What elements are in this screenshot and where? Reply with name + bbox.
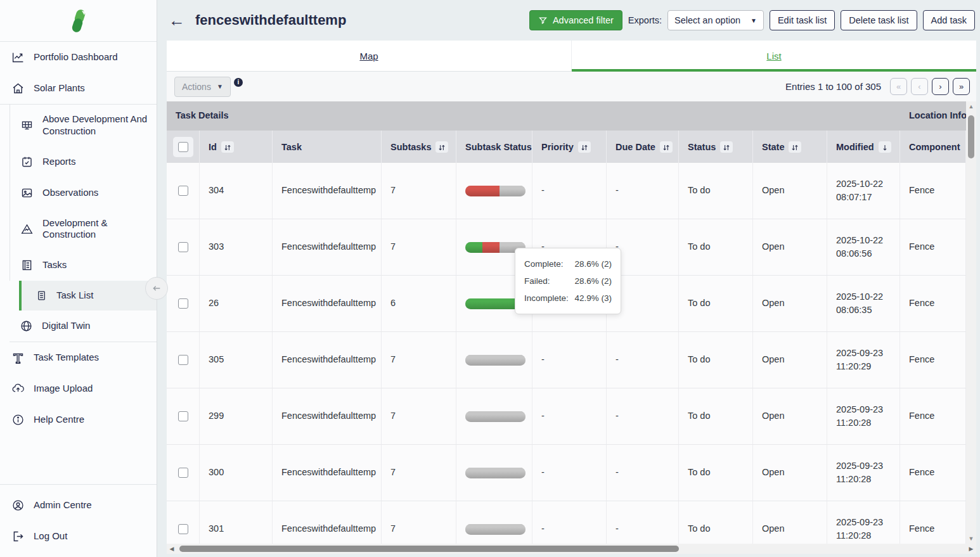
sidebar-item-image-upload[interactable]: Image Upload (0, 373, 157, 404)
table-row[interactable]: 305Fenceswithdefaulttemp7--To doOpen2025… (167, 332, 966, 388)
sidebar-item-task-templates[interactable]: Task Templates (0, 342, 157, 373)
sidebar-item-log-out[interactable]: Log Out (0, 521, 157, 552)
row-checkbox[interactable] (178, 242, 188, 252)
subtask-progress-bar[interactable] (465, 355, 525, 366)
next-page-button[interactable]: › (932, 78, 949, 95)
subtask-progress-bar[interactable] (465, 411, 525, 422)
cell-priority-text: - (541, 466, 545, 479)
column-header-priority[interactable]: Priority (532, 131, 607, 163)
sidebar-item-help-centre[interactable]: Help Centre (0, 404, 157, 435)
exports-label: Exports: (628, 15, 662, 25)
row-checkbox[interactable] (178, 468, 188, 478)
table-row[interactable]: 299Fenceswithdefaulttemp7--To doOpen2025… (167, 388, 966, 445)
horizontal-scrollbar-thumb[interactable] (179, 546, 679, 552)
sidebar-item-above-development[interactable]: Above Development And Construction (10, 105, 157, 146)
table-row[interactable]: 301Fenceswithdefaulttemp7--To doOpen2025… (167, 501, 966, 544)
sidebar-item-portfolio-dashboard[interactable]: Portfolio Dashboard (0, 42, 157, 73)
sidebar-item-tasks[interactable]: Tasks (10, 250, 157, 281)
delete-task-list-button[interactable]: Delete task list (841, 10, 917, 30)
table-row[interactable]: 304Fenceswithdefaulttemp7--To doOpen2025… (167, 163, 966, 219)
scroll-left-icon[interactable]: ◀ (167, 544, 177, 554)
back-button[interactable]: ← (166, 12, 188, 29)
subtask-progress-bar[interactable] (465, 468, 525, 478)
subtask-progress-bar[interactable] (465, 524, 525, 535)
scroll-up-icon[interactable]: ▲ (966, 101, 976, 112)
app-logo[interactable] (0, 0, 157, 42)
horizontal-scrollbar[interactable]: ◀ ▶ (167, 544, 976, 554)
column-header-task[interactable]: Task (273, 131, 382, 163)
brand-logo-icon (68, 8, 89, 34)
last-page-button[interactable]: » (953, 78, 970, 95)
sidebar-item-task-list[interactable]: Task List (19, 281, 157, 311)
sidebar-item-admin-centre[interactable]: Admin Centre (0, 490, 157, 521)
sidebar-collapse-button[interactable] (145, 277, 168, 300)
cell-id: 26 (200, 276, 273, 331)
tab-map[interactable]: Map (167, 41, 572, 71)
home-icon (11, 82, 25, 95)
first-page-button[interactable]: « (890, 78, 907, 95)
page-title: fenceswithdefaulttemp (195, 12, 346, 29)
select-all-header (167, 131, 200, 163)
sidebar-item-solar-plants[interactable]: Solar Plants (0, 73, 157, 104)
column-header-subtask-status[interactable]: Subtask Status (456, 131, 532, 163)
row-checkbox[interactable] (178, 524, 188, 534)
prev-page-button[interactable]: ‹ (911, 78, 928, 95)
cell-component: Fence (900, 388, 966, 444)
cell-modified-text: 2025-10-22 08:07:17 (836, 177, 893, 204)
column-label: State (762, 142, 784, 152)
cell-subtask-status (456, 388, 532, 444)
cell-component: Fence (900, 332, 966, 388)
scroll-down-icon[interactable]: ▼ (966, 534, 976, 544)
column-header-status[interactable]: Status (679, 131, 753, 163)
cell-component: Fence (900, 163, 966, 219)
column-header-subtasks[interactable]: Subtasks (382, 131, 456, 163)
row-checkbox[interactable] (178, 411, 188, 421)
cell-state: Open (753, 163, 827, 219)
add-task-button[interactable]: Add task (923, 10, 975, 30)
logout-icon (11, 530, 25, 543)
cell-status: To do (679, 276, 753, 331)
cell-task-text: Fenceswithdefaulttemp (281, 522, 376, 535)
tooltip-value: 28.6% (2) (574, 255, 612, 272)
row-checkbox[interactable] (178, 355, 188, 365)
subtask-progress-bar[interactable] (465, 186, 525, 196)
sort-desc-icon[interactable] (879, 141, 891, 153)
sort-icon[interactable] (578, 141, 591, 153)
sidebar-item-observations[interactable]: Observations (10, 177, 157, 208)
column-label: Modified (836, 142, 874, 152)
scroll-right-icon[interactable]: ▶ (966, 544, 976, 554)
tab-list[interactable]: List (572, 41, 976, 71)
sidebar-item-reports[interactable]: Reports (10, 146, 157, 177)
sort-icon[interactable] (660, 141, 673, 153)
column-header-component[interactable]: Component (900, 131, 966, 163)
column-header-id[interactable]: Id (200, 131, 273, 163)
cell-state: Open (753, 219, 827, 275)
tooltip-row: Failed: 28.6% (2) (524, 272, 612, 290)
app-window: Portfolio Dashboard Solar Plants Above D… (0, 0, 980, 557)
vertical-scrollbar-thumb[interactable] (968, 115, 974, 158)
cell-state-text: Open (762, 522, 784, 535)
column-header-due-date[interactable]: Due Date (607, 131, 679, 163)
exports-select[interactable]: Select an option ▼ (667, 10, 764, 30)
sidebar-item-development-construction[interactable]: Development & Construction (10, 208, 157, 250)
sidebar-item-digital-twin[interactable]: Digital Twin (10, 311, 157, 342)
sort-icon[interactable] (720, 141, 733, 153)
advanced-filter-button[interactable]: Advanced filter (529, 10, 622, 30)
vertical-scrollbar[interactable]: ▲ ▼ (966, 101, 976, 544)
sort-icon[interactable] (435, 141, 448, 153)
cell-state: Open (753, 388, 827, 444)
sort-icon[interactable] (221, 141, 234, 153)
column-header-state[interactable]: State (753, 131, 827, 163)
table-row[interactable]: 300Fenceswithdefaulttemp7--To doOpen2025… (167, 445, 966, 501)
row-checkbox[interactable] (178, 298, 188, 309)
edit-task-list-button[interactable]: Edit task list (770, 10, 835, 30)
cell-due-date-text: - (616, 353, 619, 366)
cell-modified-text: 2025-09-23 11:20:28 (836, 516, 893, 542)
select-all-checkbox[interactable] (178, 142, 188, 152)
sort-icon[interactable] (789, 141, 801, 153)
row-checkbox[interactable] (178, 186, 188, 196)
actions-dropdown[interactable]: Actions ▼ (174, 77, 231, 97)
sidebar-item-label: Observations (42, 187, 98, 199)
column-header-modified[interactable]: Modified (827, 131, 900, 163)
info-icon[interactable]: i (234, 78, 243, 87)
